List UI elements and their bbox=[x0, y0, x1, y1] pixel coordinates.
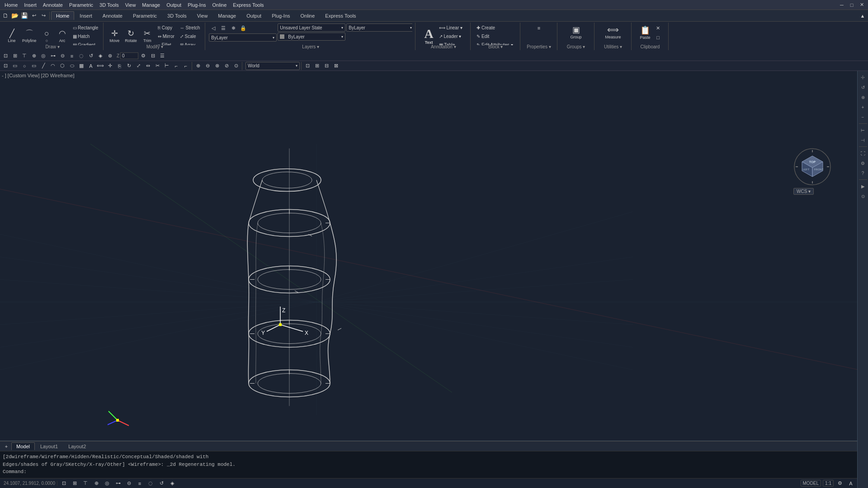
tab-output[interactable]: Output bbox=[241, 11, 266, 20]
tb-grid-icon[interactable]: ⊞ bbox=[10, 52, 19, 61]
scale-btn[interactable]: 1:1 bbox=[823, 480, 834, 487]
ribbon-min-btn[interactable]: ✕ bbox=[654, 23, 663, 33]
arc-button[interactable]: ◠ Arc bbox=[55, 27, 70, 45]
tab-annotate[interactable]: Annotate bbox=[98, 11, 127, 20]
tb2-rotate2-icon[interactable]: ↻ bbox=[124, 61, 133, 70]
menu-annotate[interactable]: Annotate bbox=[40, 1, 66, 9]
selcycle-toggle[interactable]: ↺ bbox=[157, 479, 166, 488]
menu-plugins[interactable]: Plug-Ins bbox=[185, 1, 208, 9]
ribbon-minimize-icon[interactable]: ▲ bbox=[858, 11, 867, 20]
maximize-btn[interactable]: □ bbox=[847, 0, 856, 9]
viewcube[interactable]: TOP LEFT FRONT WCS ▾ bbox=[793, 148, 832, 195]
tb2-nav4-icon[interactable]: ⊠ bbox=[331, 61, 340, 70]
nav-fly-icon[interactable]: ⊣ bbox=[859, 136, 868, 145]
otrack-toggle[interactable]: ⊶ bbox=[113, 479, 123, 488]
minimize-btn[interactable]: ─ bbox=[837, 0, 846, 9]
group-button[interactable]: ▣ Group bbox=[568, 23, 584, 42]
workspace-settings-icon[interactable]: ⚙ bbox=[835, 479, 844, 488]
tab-online[interactable]: Online bbox=[296, 11, 320, 20]
tab-layout2[interactable]: Layout2 bbox=[63, 442, 91, 450]
tb2-move2-icon[interactable]: ✛ bbox=[105, 61, 114, 70]
grid-toggle[interactable]: ⊞ bbox=[70, 479, 79, 488]
menu-expresstools[interactable]: Express Tools bbox=[230, 1, 266, 9]
tab-home[interactable]: Home bbox=[51, 11, 74, 20]
tb2-copy2-icon[interactable]: ⎘ bbox=[115, 61, 124, 70]
menu-insert[interactable]: Insert bbox=[21, 1, 39, 9]
tb-dynmode-icon[interactable]: ⊝ bbox=[58, 52, 67, 61]
viewport[interactable]: - ] [Custom View] [2D Wireframe] bbox=[0, 71, 868, 488]
tb-snap-icon[interactable]: ⊡ bbox=[1, 52, 10, 61]
tb2-trim2-icon[interactable]: ✂ bbox=[153, 61, 162, 70]
annotation-scale-icon[interactable]: A bbox=[846, 479, 855, 488]
tb2-fillet2-icon[interactable]: ⌐ bbox=[172, 61, 181, 70]
tab-insert[interactable]: Insert bbox=[75, 11, 97, 20]
tb2-nav2-icon[interactable]: ⊞ bbox=[312, 61, 321, 70]
tb-polar-icon[interactable]: ⊕ bbox=[29, 52, 38, 61]
layer-prev-icon[interactable]: ◁ bbox=[209, 23, 218, 33]
copy-button[interactable]: ⎘ Copy bbox=[156, 23, 177, 32]
wcs-label[interactable]: WCS ▾ bbox=[793, 188, 814, 195]
tb2-chamfer-icon[interactable]: ⌐ bbox=[181, 61, 190, 70]
menu-home[interactable]: Home bbox=[2, 1, 20, 9]
menu-3dtools[interactable]: 3D Tools bbox=[97, 1, 122, 9]
tb2-poly2-icon[interactable]: ⬡ bbox=[58, 61, 67, 70]
menu-manage[interactable]: Manage bbox=[139, 1, 163, 9]
layer-properties-icon[interactable]: ☰ bbox=[219, 23, 228, 33]
paste-button[interactable]: 📋 Paste bbox=[638, 24, 653, 42]
polar-toggle[interactable]: ⊕ bbox=[92, 479, 101, 488]
menu-output[interactable]: Output bbox=[164, 1, 184, 9]
move-button[interactable]: ✛ Move bbox=[107, 27, 122, 45]
tab-parametric[interactable]: Parametric bbox=[128, 11, 162, 20]
save-icon[interactable]: 💾 bbox=[20, 11, 29, 20]
tb2-hatch-icon[interactable]: ▦ bbox=[77, 61, 86, 70]
properties-icon[interactable]: ≡ bbox=[534, 23, 543, 33]
layer-color-dropdown[interactable]: ByLayer ▾ bbox=[278, 33, 345, 41]
tab-model[interactable]: Model bbox=[11, 442, 35, 450]
3dosnap-toggle[interactable]: ◈ bbox=[168, 479, 177, 488]
model-space-btn[interactable]: MODEL bbox=[801, 480, 821, 487]
layer-dropdown[interactable]: ByLayer ▾ bbox=[209, 33, 277, 42]
tb2-erase-icon[interactable]: ▭ bbox=[10, 61, 19, 70]
nav-animpath-icon[interactable]: ▶ bbox=[859, 182, 868, 191]
tab-plugins[interactable]: Plug-Ins bbox=[267, 11, 295, 20]
tb-3dosnap-icon[interactable]: ◈ bbox=[96, 52, 105, 61]
nav-zoomin-icon[interactable]: + bbox=[859, 103, 868, 112]
tb2-ellipse-icon[interactable]: ⬭ bbox=[67, 61, 76, 70]
nav-zoom-icon[interactable]: ⊕ bbox=[859, 93, 868, 102]
tb-workspace-icon[interactable]: ⊟ bbox=[148, 52, 157, 61]
tb2-circle2-icon[interactable]: ○ bbox=[20, 61, 29, 70]
hatch-button[interactable]: ▦ Hatch bbox=[71, 32, 101, 40]
polyline-button[interactable]: ⌒ Polyline bbox=[20, 27, 39, 45]
tb2-dim-icon[interactable]: ⟺ bbox=[96, 61, 105, 70]
tb-customui-icon[interactable]: ☰ bbox=[158, 52, 167, 61]
tb2-3d4-icon[interactable]: ⊘ bbox=[222, 61, 231, 70]
osnap-toggle[interactable]: ◎ bbox=[103, 479, 112, 488]
circle-button[interactable]: ○ ○ bbox=[40, 27, 54, 45]
tb-transparency-icon[interactable]: ◌ bbox=[77, 52, 86, 61]
menu-view[interactable]: View bbox=[123, 1, 139, 9]
stretch-button[interactable]: ↔ Stretch bbox=[178, 23, 202, 32]
tb-selcycle-icon[interactable]: ↺ bbox=[86, 52, 95, 61]
tb2-extend-icon[interactable]: ⊢ bbox=[162, 61, 171, 70]
nav-pan-icon[interactable]: ☩ bbox=[859, 73, 868, 82]
edit-block-button[interactable]: ✎ Edit bbox=[474, 32, 515, 40]
view-style-dropdown[interactable]: World ▾ bbox=[245, 62, 300, 70]
tb-gizmo-icon[interactable]: ⊛ bbox=[105, 52, 114, 61]
tb-z-input[interactable] bbox=[120, 52, 138, 59]
menu-online[interactable]: Online bbox=[210, 1, 230, 9]
mirror-button[interactable]: ⇔ Mirror bbox=[156, 32, 177, 40]
nav-settings-icon[interactable]: ⚙ bbox=[859, 159, 868, 168]
layer-linetype-dropdown[interactable]: ByLayer ▾ bbox=[346, 23, 412, 32]
tb2-mirror2-icon[interactable]: ⇔ bbox=[143, 61, 152, 70]
tb2-rect-icon[interactable]: ▭ bbox=[29, 61, 38, 70]
rotate-button[interactable]: ↻ Rotate bbox=[123, 27, 139, 45]
tb2-arc2-icon[interactable]: ◠ bbox=[48, 61, 57, 70]
tb2-3d5-icon[interactable]: ⊙ bbox=[231, 61, 241, 70]
tb2-3d1-icon[interactable]: ⊕ bbox=[193, 61, 203, 70]
text-button[interactable]: A Text bbox=[422, 26, 435, 45]
close-btn[interactable]: ✕ bbox=[857, 0, 866, 9]
tab-3dtools[interactable]: 3D Tools bbox=[162, 11, 192, 20]
scale-button[interactable]: ⤢ Scale bbox=[178, 32, 202, 40]
undo-icon[interactable]: ↩ bbox=[29, 11, 38, 20]
tb2-line2-icon[interactable]: ╱ bbox=[39, 61, 48, 70]
